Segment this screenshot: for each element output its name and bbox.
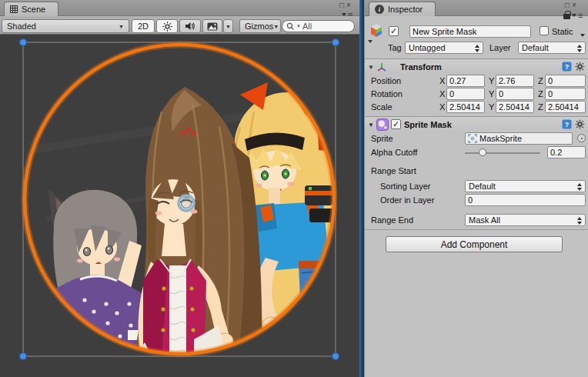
alpha-cutoff-slider[interactable] <box>465 152 540 154</box>
order-in-layer-field[interactable] <box>465 194 586 206</box>
tab-scene[interactable]: Scene <box>4 2 58 16</box>
chevron-down-icon: ▼ <box>119 24 124 29</box>
lighting-toggle-button[interactable] <box>156 19 178 33</box>
close-icon[interactable]: × <box>572 1 576 9</box>
sprite-thumbnail-icon <box>468 134 477 143</box>
maximize-icon[interactable]: □ <box>565 1 570 9</box>
gameobject-name-field[interactable] <box>409 25 531 38</box>
axis-z-label: Z <box>538 102 543 112</box>
help-icon[interactable]: ? <box>562 119 572 129</box>
sprite-mask-header[interactable]: ▼ ✓ Sprite Mask ? <box>365 116 588 132</box>
2d-toggle-button[interactable]: 2D <box>132 19 155 33</box>
tag-dropdown[interactable]: Untagged <box>405 42 483 54</box>
scene-tab-bar: Scene □ × ≡ <box>0 0 359 16</box>
transform-icon <box>376 62 387 72</box>
scale-label: Scale <box>371 102 393 112</box>
svg-text:?: ? <box>565 121 570 128</box>
scale-y-field[interactable] <box>496 101 534 113</box>
image-icon <box>207 22 218 31</box>
range-end-dropdown[interactable]: Mask All <box>465 214 586 226</box>
sprite-object-field[interactable]: MaskSprite <box>465 132 573 145</box>
static-checkbox[interactable] <box>540 26 549 35</box>
axis-y-label: Y <box>489 102 494 112</box>
inspector-tab-label: Inspector <box>388 5 423 14</box>
updown-arrows-icon <box>577 183 583 191</box>
scene-grid-icon <box>10 5 18 13</box>
maximize-icon[interactable]: □ <box>339 1 344 9</box>
sprite-mask-icon <box>376 118 389 131</box>
search-filter-chevron-icon: ▼ <box>296 24 301 28</box>
sorting-layer-dropdown[interactable]: Default <box>465 180 586 192</box>
scene-tab-label: Scene <box>22 5 45 14</box>
search-filter-text: All <box>302 22 312 31</box>
scene-toolbar: Shaded ▼ 2D <box>0 16 359 35</box>
rotation-y-field[interactable] <box>496 88 534 100</box>
alpha-cutoff-label: Alpha Cutoff <box>371 148 417 157</box>
gizmos-dropdown[interactable]: Gizmos ▼ <box>239 19 281 33</box>
help-icon[interactable]: ? <box>562 62 572 72</box>
sorting-layer-label: Sorting Layer <box>380 182 430 191</box>
scene-panel: Scene □ × ≡ Shaded ▼ 2D <box>0 0 359 377</box>
foldout-icon[interactable]: ▼ <box>368 122 374 128</box>
alpha-cutoff-value-field[interactable] <box>547 146 586 158</box>
updown-arrows-icon <box>577 45 583 52</box>
sun-icon <box>162 22 172 32</box>
transform-header[interactable]: ▼ Transform ? <box>365 58 588 74</box>
inspector-panel-menu[interactable]: ≡ <box>563 11 583 19</box>
static-dropdown-arrow[interactable] <box>580 29 585 38</box>
alpha-cutoff-slider-thumb[interactable] <box>479 148 486 156</box>
menu-icon: ≡ <box>578 12 583 19</box>
static-label: Static <box>552 27 573 36</box>
gameobject-active-checkbox[interactable]: ✓ <box>389 26 399 36</box>
chevron-down-icon <box>572 14 576 17</box>
layer-dropdown[interactable]: Default <box>518 42 586 54</box>
speaker-icon <box>185 22 195 31</box>
rotation-label: Rotation <box>371 89 403 98</box>
inspector-tab-bar: i Inspector □ × ≡ <box>365 0 588 16</box>
scene-artwork <box>0 35 359 377</box>
axis-y-label: Y <box>489 89 494 98</box>
scale-x-field[interactable] <box>446 101 485 113</box>
axis-x-label: X <box>439 76 445 85</box>
range-end-label: Range End <box>371 215 413 225</box>
gear-icon[interactable] <box>575 62 585 72</box>
tab-inspector[interactable]: i Inspector <box>369 2 436 16</box>
order-in-layer-label: Order in Layer <box>380 195 434 205</box>
object-picker-icon[interactable] <box>577 134 586 142</box>
info-icon: i <box>375 5 384 14</box>
svg-text:?: ? <box>565 63 570 71</box>
shading-mode-label: Shaded <box>7 22 36 31</box>
position-x-field[interactable] <box>446 75 485 87</box>
sprite-mask-title: Sprite Mask <box>404 120 452 129</box>
effects-dropdown-button[interactable]: ▼ <box>223 19 233 33</box>
updown-arrows-icon <box>577 217 583 225</box>
layer-label: Layer <box>489 43 511 52</box>
shading-mode-dropdown[interactable]: Shaded ▼ <box>2 19 129 33</box>
foldout-icon[interactable]: ▼ <box>368 64 374 71</box>
scene-search-field[interactable]: ▼ All <box>282 20 355 32</box>
position-y-field[interactable] <box>496 75 534 87</box>
axis-x-label: X <box>439 89 445 98</box>
scale-z-field[interactable] <box>545 101 586 113</box>
gameobject-icon-dropdown[interactable] <box>368 35 373 45</box>
search-icon <box>286 22 295 31</box>
range-start-label: Range Start <box>371 166 416 175</box>
2d-label: 2D <box>138 22 149 31</box>
position-label: Position <box>371 76 401 85</box>
sprite-mask-enabled-checkbox[interactable]: ✓ <box>391 119 401 129</box>
scene-viewport[interactable] <box>0 35 359 377</box>
add-component-button[interactable]: Add Component <box>386 236 563 252</box>
lock-icon[interactable] <box>563 14 570 19</box>
gear-icon[interactable] <box>575 119 585 129</box>
rotation-z-field[interactable] <box>545 88 586 100</box>
axis-y-label: Y <box>489 76 494 85</box>
audio-toggle-button[interactable] <box>179 19 201 33</box>
chevron-down-icon: ▼ <box>226 24 231 29</box>
rotation-x-field[interactable] <box>446 88 485 100</box>
position-z-field[interactable] <box>545 75 586 87</box>
gizmos-label: Gizmos <box>245 22 273 31</box>
effects-toggle-button[interactable] <box>202 19 222 33</box>
inspector-window-controls: □ × <box>565 1 576 9</box>
close-icon[interactable]: × <box>346 1 351 9</box>
tag-value: Untagged <box>409 43 446 52</box>
